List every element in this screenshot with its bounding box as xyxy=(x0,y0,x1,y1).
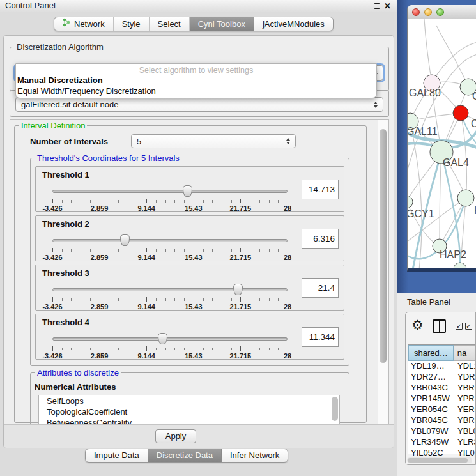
threshold-slider[interactable]: -3.4262.8599.14415.4321.71528 xyxy=(52,283,288,310)
algorithm-dropdown-popup: Select algorithm to view settings Manual… xyxy=(15,63,377,98)
table-row[interactable]: YDR27…YDR2 xyxy=(408,372,476,383)
tab-select[interactable]: Select xyxy=(150,17,190,31)
checkbox-icon[interactable]: ✓ xyxy=(456,323,463,330)
tick-mark xyxy=(62,200,63,203)
cell-shared-name[interactable]: YLR345W xyxy=(408,437,454,448)
cell-name[interactable]: YDR2 xyxy=(454,372,476,383)
slider-track[interactable] xyxy=(52,288,288,291)
tick-label: 28 xyxy=(284,352,291,360)
network-edge[interactable] xyxy=(432,42,476,83)
tab-discretize-data[interactable]: Discretize Data xyxy=(148,449,222,462)
attribute-item-selfloops[interactable]: SelfLoops xyxy=(39,395,339,406)
tick-label: 21.715 xyxy=(230,204,252,212)
table-row[interactable]: YBL079WYBL0 xyxy=(408,426,476,437)
zoom-traffic-light-icon[interactable] xyxy=(436,8,444,16)
tick-mark xyxy=(71,200,72,203)
horizontal-scrollbar-thumb[interactable] xyxy=(408,458,468,463)
cell-name[interactable]: YDL1 xyxy=(454,361,476,372)
slider-track[interactable] xyxy=(52,239,288,242)
network-canvas[interactable]: GAL80GACGAL11GAL4GCY1HHAP2 xyxy=(408,19,476,268)
numerical-attributes-list[interactable]: SelfLoopsTopologicalCoefficientBetweenne… xyxy=(38,395,340,424)
apply-button[interactable]: Apply xyxy=(155,429,196,443)
network-node-h[interactable] xyxy=(457,190,474,206)
slider-track[interactable] xyxy=(52,337,288,341)
algorithm-dropdown-hint: Select algorithm to view settings xyxy=(16,64,376,75)
slider-thumb[interactable] xyxy=(120,234,130,246)
tick-label: -3.426 xyxy=(42,352,62,360)
float-window-icon[interactable] xyxy=(374,3,380,9)
network-node-gcy1[interactable] xyxy=(408,196,413,208)
table-row[interactable]: YPR145WYPR1 xyxy=(408,394,476,404)
algorithm-option-manual-discretization[interactable]: Manual Discretization xyxy=(16,75,376,86)
slider-thumb[interactable] xyxy=(233,284,243,295)
table-row[interactable]: YBR043CYBR0 xyxy=(408,383,476,394)
table-row[interactable]: YBR045CYBR0 xyxy=(408,415,476,426)
close-traffic-light-icon[interactable] xyxy=(412,8,420,16)
tab-impute-data[interactable]: Impute Data xyxy=(86,449,148,462)
network-node-c[interactable] xyxy=(453,105,468,121)
tab-cyni-toolbox[interactable]: Cyni Toolbox xyxy=(190,17,254,31)
number-of-intervals-value: 5 xyxy=(137,137,141,146)
table-row[interactable]: YER054CYER0 xyxy=(408,404,476,415)
gear-icon[interactable]: ⚙ xyxy=(411,318,424,332)
algorithm-option-equal-width-frequency-discretization[interactable]: Equal Width/Frequency Discretization xyxy=(16,86,376,96)
attribute-item-betweennesscentrality[interactable]: BetweennessCentrality xyxy=(39,417,339,424)
cell-name[interactable]: YBR0 xyxy=(454,383,476,394)
cell-shared-name[interactable]: YPR145W xyxy=(408,394,454,404)
table-row[interactable]: YDL19…YDL1 xyxy=(408,361,476,372)
control-panel: Control Panel ✕ NetworkStyleSelectCyni T… xyxy=(0,0,397,476)
cell-shared-name[interactable]: YBR043C xyxy=(408,383,454,394)
table-toolbar: ⚙ ✓ ✓ xyxy=(406,312,475,342)
split-columns-icon[interactable] xyxy=(433,319,446,333)
tick-mark xyxy=(62,249,63,252)
attribute-item-topologicalcoefficient[interactable]: TopologicalCoefficient xyxy=(39,406,339,417)
tab-jactivemnodules[interactable]: jActiveMNodules xyxy=(254,17,333,31)
tab-style[interactable]: Style xyxy=(114,17,150,31)
cell-shared-name[interactable]: YBL079W xyxy=(408,426,454,437)
tick-mark xyxy=(146,248,147,252)
threshold-value-field[interactable]: 14.713 xyxy=(302,180,339,199)
list-scrollbar[interactable] xyxy=(332,397,338,421)
cell-name[interactable]: YER0 xyxy=(454,404,476,415)
table-data-dropdown[interactable]: galFiltered.sif default node xyxy=(15,97,383,112)
threshold-slider[interactable]: -3.4262.8599.14415.4321.71528 xyxy=(52,234,288,261)
tick-mark xyxy=(118,348,119,350)
threshold-value-field[interactable]: 11.344 xyxy=(302,327,339,347)
slider-thumb[interactable] xyxy=(183,185,192,197)
vertical-scrollbar-thumb[interactable] xyxy=(380,129,387,363)
slider-track[interactable] xyxy=(52,190,288,193)
horizontal-scrollbar[interactable] xyxy=(407,457,472,463)
threshold-slider[interactable]: -3.4262.8599.14415.4321.71528 xyxy=(52,332,288,359)
tick-mark xyxy=(52,248,53,252)
close-icon[interactable]: ✕ xyxy=(384,1,391,12)
threshold-slider[interactable]: -3.4262.8599.14415.4321.71528 xyxy=(52,185,288,211)
network-edge[interactable] xyxy=(440,152,441,246)
minimize-traffic-light-icon[interactable] xyxy=(424,8,432,16)
threshold-value-field[interactable]: 6.316 xyxy=(302,229,339,249)
column-header-shared-name[interactable]: shared… xyxy=(408,345,454,361)
slider-thumb[interactable] xyxy=(158,333,167,344)
network-edge[interactable] xyxy=(424,19,432,83)
tab-infer-network[interactable]: Infer Network xyxy=(222,449,288,462)
table-row[interactable]: YLR345WYLR3 xyxy=(408,437,476,448)
cell-shared-name[interactable]: YBR045C xyxy=(408,415,454,426)
cell-name[interactable]: YBR0 xyxy=(454,415,476,426)
tick-mark xyxy=(52,297,53,302)
number-of-intervals-dropdown[interactable]: 5 xyxy=(131,134,296,148)
column-header-name[interactable]: na xyxy=(454,345,476,361)
cell-shared-name[interactable]: YER054C xyxy=(408,404,454,415)
tick-label: -3.426 xyxy=(42,204,62,212)
cell-name[interactable]: YPR1 xyxy=(454,394,476,404)
slider-tick-labels: -3.4262.8599.14415.4321.71528 xyxy=(52,254,288,261)
checkbox-icon[interactable]: ✓ xyxy=(465,323,472,330)
cell-name[interactable]: YLR3 xyxy=(454,437,476,448)
network-node[interactable] xyxy=(454,263,466,268)
tab-network[interactable]: Network xyxy=(54,17,114,31)
tick-mark xyxy=(231,348,232,350)
cell-name[interactable]: YBL0 xyxy=(454,426,476,437)
tick-mark xyxy=(231,298,232,301)
threshold-value-field[interactable]: 21.4 xyxy=(302,278,339,298)
cell-shared-name[interactable]: YDR27… xyxy=(408,372,454,383)
cell-shared-name[interactable]: YDL19… xyxy=(408,361,454,372)
vertical-scrollbar[interactable] xyxy=(378,120,388,424)
